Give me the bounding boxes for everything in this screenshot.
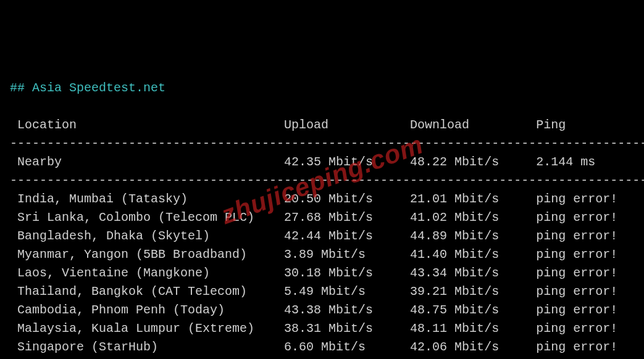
table-row: Malaysia, Kuala Lumpur (Extreme) 38.31 M…: [10, 320, 634, 338]
table-row: Cambodia, Phnom Penh (Today) 43.38 Mbit/…: [10, 301, 634, 320]
table-row: Sri Lanka, Colombo (Telecom PLC) 27.68 M…: [10, 208, 634, 227]
table-row: Philippines, Manila (PLDT) 26.51 Mbit/s …: [10, 357, 634, 359]
section-title: ## Asia Speedtest.net: [10, 81, 165, 95]
header-row: Location Upload Download Ping: [10, 118, 566, 132]
divider-line: ----------------------------------------…: [10, 173, 644, 188]
results-body: India, Mumbai (Tatasky) 20.50 Mbit/s 21.…: [10, 190, 634, 359]
divider-line: ----------------------------------------…: [10, 136, 644, 151]
table-row: Myanmar, Yangon (5BB Broadband) 3.89 Mbi…: [10, 246, 634, 264]
table-row: Laos, Vientaine (Mangkone) 30.18 Mbit/s …: [10, 264, 634, 283]
table-row: Thailand, Bangkok (CAT Telecom) 5.49 Mbi…: [10, 283, 634, 301]
nearby-row: Nearby 42.35 Mbit/s 48.22 Mbit/s 2.144 m…: [10, 155, 595, 169]
table-row: Singapore (StarHub) 6.60 Mbit/s 42.06 Mb…: [10, 338, 634, 357]
table-row: Bangladesh, Dhaka (Skytel) 42.44 Mbit/s …: [10, 227, 634, 246]
table-row: India, Mumbai (Tatasky) 20.50 Mbit/s 21.…: [10, 190, 634, 208]
